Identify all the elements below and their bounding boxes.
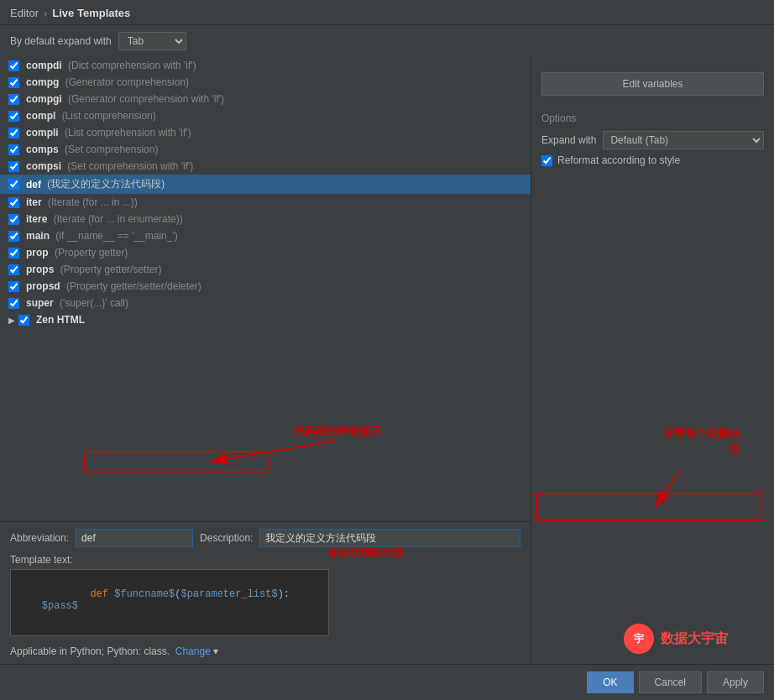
expand-with-option-select[interactable]: Default (Tab) Tab Enter Space [603,131,764,149]
reformat-checkbox[interactable] [541,155,552,166]
template-text-wrapper: def $funcname$($parameter_list$): $pass$ [10,569,329,636]
ok-button[interactable]: OK [587,671,633,693]
abbr-iter: iter [26,196,42,208]
desc-iter: (Iterate (for ... in ...)) [45,196,138,208]
checkbox-comps[interactable] [8,144,19,155]
description-input[interactable] [259,529,520,547]
checkbox-def[interactable] [8,179,19,190]
desc-props: (Property getter/setter) [57,264,161,275]
cancel-button[interactable]: Cancel [639,671,702,693]
template-text-label: Template text: [10,554,520,566]
var-paramlist: $parameter_list$ [180,588,277,600]
abbr-def: def [26,179,41,191]
abbr-comps: comps [26,144,59,155]
group-item-zen-html[interactable]: ▶ Zen HTML [0,311,531,328]
breadcrumb-separator: › [44,7,47,19]
reformat-row: Reformat according to style [541,154,764,166]
abbr-compgi: compgi [26,93,62,105]
checkbox-prop[interactable] [8,248,19,259]
right-section: Edit variables Options Expand with Defau… [531,57,774,664]
template-list[interactable]: compdi (Dict comprehension with 'if') co… [0,57,531,521]
desc-compg: (Generator comprehension) [62,76,189,88]
checkbox-compgi[interactable] [8,94,19,105]
template-item-iter[interactable]: iter (Iterate (for ... in ...)) [0,194,531,211]
desc-comps: (Set comprehension) [62,144,159,155]
abbr-super: super [26,297,54,309]
content-area: compdi (Dict comprehension with 'if') co… [0,57,774,664]
template-item-props[interactable]: props (Property getter/setter) [0,261,531,278]
var-funcname: $funcname$ [114,588,175,600]
desc-compl: (List comprehension) [59,110,155,122]
checkbox-zen-html[interactable] [18,315,29,326]
checkbox-compsi[interactable] [8,161,19,172]
abbr-main: main [26,230,50,242]
applicable-row: Applicable in Python; Python: class. Cha… [10,645,520,657]
options-label: Options [541,112,764,124]
left-section: compdi (Dict comprehension with 'if') co… [0,57,531,664]
template-item-compgi[interactable]: compgi (Generator comprehension with 'if… [0,91,531,107]
template-item-compdi[interactable]: compdi (Dict comprehension with 'if') [0,57,531,74]
template-item-compl[interactable]: compl (List comprehension) [0,107,531,124]
abbr-propsd: propsd [26,280,60,292]
checkbox-compl[interactable] [8,111,19,122]
paren-close: ): [278,588,290,600]
desc-super: ('super(...)' call) [57,297,128,309]
checkbox-propsd[interactable] [8,281,19,292]
checkbox-iter[interactable] [8,197,19,208]
checkbox-compli[interactable] [8,128,19,138]
change-link[interactable]: Change [175,645,211,657]
desc-def: (我定义的定义方法代码段) [44,177,165,191]
abbr-compg: compg [26,76,59,88]
dropdown-arrow-icon: ▾ [213,645,218,657]
edit-variables-button[interactable]: Edit variables [541,72,764,96]
template-item-propsd[interactable]: propsd (Property getter/setter/deleter) [0,278,531,295]
expand-with-select[interactable]: Tab Enter Space [118,32,186,50]
checkbox-super[interactable] [8,298,19,309]
options-section: Options Expand with Default (Tab) Tab En… [541,112,764,166]
expand-with-label: By default expand with [10,35,112,47]
bottom-buttons: OK Cancel Apply [0,664,774,700]
abbreviation-input[interactable] [76,529,193,547]
template-item-super[interactable]: super ('super(...)' call) [0,295,531,311]
checkbox-compg[interactable] [8,77,19,88]
checkbox-compdi[interactable] [8,60,19,71]
apply-button[interactable]: Apply [707,671,764,693]
template-item-itere[interactable]: itere (Iterate (for ... in enumerate)) [0,211,531,227]
abbr-desc-row: Abbreviation: Description: [10,529,520,547]
template-item-prop[interactable]: prop (Property getter) [0,244,531,261]
expand-with-option-label: Expand with [541,134,596,146]
header: Editor › Live Templates [0,0,774,25]
template-text-box[interactable]: def $funcname$($parameter_list$): $pass$ [10,569,329,636]
abbr-compl: compl [26,110,55,122]
reformat-label: Reformat according to style [557,154,680,166]
desc-compsi: (Set comprehension with 'if') [65,160,193,172]
desc-itere: (Iterate (for ... in enumerate)) [50,213,182,225]
edit-variables-wrapper: Edit variables [541,72,764,104]
abbr-compli: compli [26,127,59,138]
var-pass: $pass$ [42,600,78,612]
keyword-def: def [90,588,108,600]
applicable-text: Applicable in Python; Python: class. [10,645,170,657]
abbr-props: props [26,264,54,275]
checkbox-props[interactable] [8,264,19,275]
template-item-comps[interactable]: comps (Set comprehension) [0,141,531,158]
template-item-def[interactable]: def (我定义的定义方法代码段) [0,175,531,194]
checkbox-itere[interactable] [8,214,19,225]
expand-arrow-icon: ▶ [8,316,15,325]
checkbox-main[interactable] [8,231,19,242]
desc-propsd: (Property getter/setter/deleter) [64,280,201,292]
abbr-prop: prop [26,247,49,259]
template-item-compg[interactable]: compg (Generator comprehension) [0,74,531,91]
abbr-compdi: compdi [26,60,62,71]
desc-compli: (List comprehension with 'if') [62,127,191,138]
breadcrumb-live-templates: Live Templates [52,7,130,19]
abbr-compsi: compsi [26,160,61,172]
template-item-compli[interactable]: compli (List comprehension with 'if') [0,124,531,141]
abbreviation-label: Abbreviation: [10,532,69,544]
template-item-main[interactable]: main (if __name__ == '__main_') [0,227,531,244]
template-item-compsi[interactable]: compsi (Set comprehension with 'if') [0,158,531,175]
description-label: Description: [200,532,253,544]
group-name-zen-html: Zen HTML [36,314,85,326]
indent [18,600,42,612]
breadcrumb-editor: Editor [10,7,39,19]
